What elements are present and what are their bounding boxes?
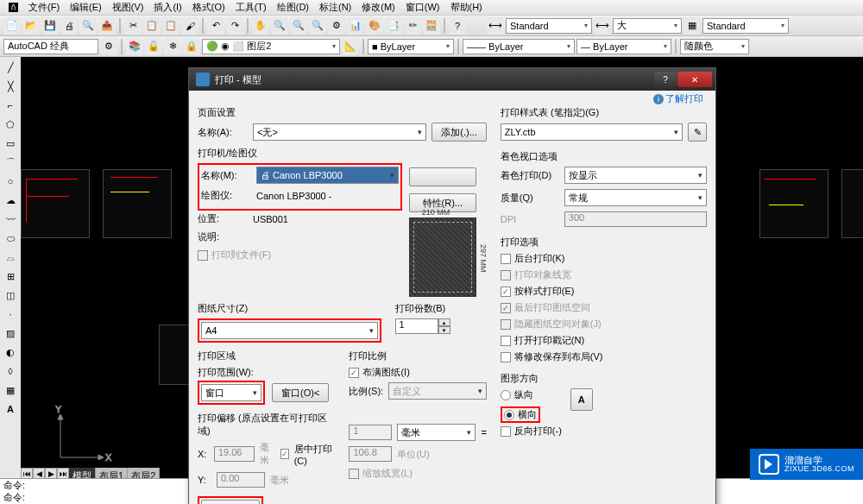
text-style-combo[interactable]: Standard [506,18,592,34]
layer-freeze-icon[interactable]: ❄ [164,38,181,55]
menu-edit[interactable]: 编辑(E) [65,1,107,14]
quality-combo[interactable]: 常规 [564,189,707,206]
properties-icon[interactable]: ⚙ [328,17,345,35]
upside-checkbox[interactable] [501,426,511,437]
menu-file[interactable]: 文件(F) [23,1,65,14]
match-icon[interactable]: 🖌 [181,17,198,35]
printer-combo[interactable]: 🖨 Canon LBP3000 [256,167,399,184]
line-icon[interactable]: ╱ [2,59,19,76]
landscape-radio[interactable] [504,410,514,420]
color-combo[interactable]: ■ ByLayer [368,39,454,54]
workspace-combo[interactable]: AutoCAD 经典 [3,39,98,54]
ellipse-icon[interactable]: ⬭ [2,230,19,247]
layer-tools-icon[interactable]: 📐 [342,38,359,55]
calc-icon[interactable]: 🧮 [423,17,440,35]
save-icon[interactable]: 💾 [41,17,59,35]
shade-print-combo[interactable]: 按显示 [564,167,707,184]
help-icon[interactable]: ? [449,17,466,35]
xline-icon[interactable]: ╳ [2,78,19,95]
sheet-icon[interactable]: 📑 [385,17,402,35]
block-icon[interactable]: ◫ [2,287,19,304]
zoom-prev-icon[interactable]: 🔍 [309,17,326,35]
spline-icon[interactable]: 〰 [2,211,19,228]
plotstyle-combo[interactable]: 随颜色 [680,39,749,54]
edit-style-icon[interactable]: ✎ [688,123,707,142]
unit-combo[interactable]: 毫米 [397,424,476,441]
menu-view[interactable]: 视图(V) [107,1,149,14]
background-checkbox[interactable] [501,254,511,264]
pan-icon[interactable]: ✋ [252,17,269,35]
ellipse-arc-icon[interactable]: ⌓ [2,249,19,266]
dialog-titlebar[interactable]: 打印 - 模型 ? ✕ [189,68,715,91]
region-icon[interactable]: ◊ [2,362,19,380]
undo-icon[interactable]: ↶ [207,17,224,35]
spin-up-icon[interactable]: ▲ [438,318,450,326]
menu-tools[interactable]: 工具(T) [230,1,272,14]
point-icon[interactable]: · [2,306,19,323]
center-checkbox[interactable] [280,449,289,459]
gradient-icon[interactable]: ◐ [2,343,19,361]
preview-button[interactable]: 预览(P)... [201,500,260,504]
add-button[interactable]: 添加(.)... [432,123,487,142]
layer-lock-icon[interactable]: 🔒 [183,38,200,55]
zoom-icon[interactable]: 🔍 [271,17,288,35]
window-button[interactable]: 窗口(O)< [272,383,329,402]
publish-icon[interactable]: 📤 [98,17,116,35]
layer-combo[interactable]: 🟢 ◉ ⬜ 图层2 [202,39,340,54]
table-icon[interactable]: ▦ [683,17,701,35]
copies-input[interactable]: 1 [395,318,438,334]
hatch-icon[interactable]: ▨ [2,324,19,342]
open-icon[interactable]: 📂 [22,17,40,35]
lineweight-combo[interactable]: — ByLayer [576,39,671,54]
menu-help[interactable]: 帮助(H) [445,1,488,14]
zoom-window-icon[interactable]: 🔍 [290,17,307,35]
pline-icon[interactable]: ⌐ [2,97,19,114]
save-layout-checkbox[interactable] [501,352,511,362]
copy-icon[interactable]: 📋 [143,17,161,35]
redo-icon[interactable]: ↷ [226,17,243,35]
rectangle-icon[interactable]: ▭ [2,135,19,152]
learn-print-link[interactable]: i 了解打印 [653,92,703,105]
cut-icon[interactable]: ✂ [124,17,142,35]
print-area-combo[interactable]: 窗口 [201,384,261,401]
portrait-radio[interactable] [501,390,511,400]
menu-draw[interactable]: 绘图(D) [272,1,314,14]
dim-icon-2[interactable]: ⟷ [594,17,611,35]
table-style-combo[interactable]: Standard [702,18,789,34]
tool-palette-icon[interactable]: 🎨 [366,17,383,35]
fit-paper-checkbox[interactable] [349,368,359,378]
workspace-settings-icon[interactable]: ⚙ [100,38,117,55]
mtext-icon[interactable]: A [2,400,19,418]
stamp-checkbox[interactable] [501,336,511,346]
layer-state-icon[interactable]: 🔓 [145,38,162,55]
dim-icon[interactable]: ⟷ [487,17,504,35]
menu-window[interactable]: 窗口(W) [400,1,445,14]
menu-dimension[interactable]: 标注(N) [314,1,356,14]
dim-style-combo[interactable]: 大 [613,18,682,34]
paste-icon[interactable]: 📋 [162,17,180,35]
menu-format[interactable]: 格式(O) [187,1,230,14]
close-button[interactable]: ✕ [677,72,712,87]
table-draw-icon[interactable]: ▦ [2,381,19,399]
revcloud-icon[interactable]: ☁ [2,192,19,209]
layer-props-icon[interactable]: 📚 [126,38,143,55]
menu-modify[interactable]: 修改(M) [356,1,400,14]
arc-icon[interactable]: ⌒ [2,154,19,171]
spin-down-icon[interactable]: ▼ [438,326,450,334]
linetype-combo[interactable]: —— ByLayer [463,39,575,54]
properties-button[interactable] [409,167,476,186]
style-table-combo[interactable]: ZLY.ctb [501,123,683,141]
help-button[interactable]: ? [654,72,677,87]
polygon-icon[interactable]: ⬠ [2,116,19,133]
styles-checkbox[interactable] [501,287,511,297]
print-icon[interactable]: 🖨 [60,17,78,35]
new-icon[interactable]: 📄 [3,17,21,35]
page-setup-combo[interactable]: <无> [253,123,426,141]
insert-icon[interactable]: ⊞ [2,268,19,285]
preview-icon[interactable]: 🔍 [79,17,97,35]
markup-icon[interactable]: ✏ [404,17,421,35]
dcenter-icon[interactable]: 📊 [347,17,364,35]
paper-size-combo[interactable]: A4 [201,322,378,339]
circle-icon[interactable]: ○ [2,173,19,190]
menu-insert[interactable]: 插入(I) [148,1,186,14]
